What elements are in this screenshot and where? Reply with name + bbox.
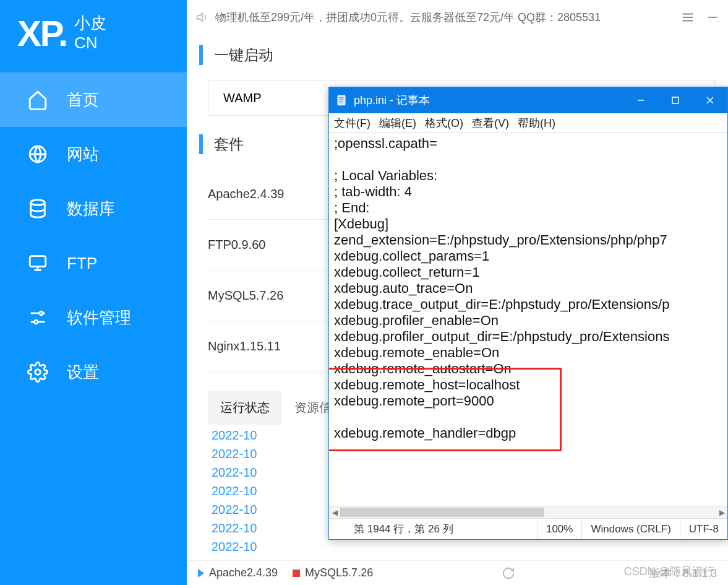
nav-home[interactable]: 首页 bbox=[0, 72, 187, 127]
svg-rect-2 bbox=[30, 256, 46, 267]
scroll-left-icon[interactable]: ◀ bbox=[329, 506, 340, 518]
notepad-menubar: 文件(F) 编辑(E) 格式(O) 查看(V) 帮助(H) bbox=[329, 113, 727, 133]
svg-point-1 bbox=[31, 200, 45, 206]
notepad-titlebar[interactable]: php.ini - 记事本 bbox=[329, 87, 727, 113]
window-minimize-button[interactable] bbox=[623, 87, 658, 113]
kit-label: Apache2.4.39 bbox=[208, 187, 284, 201]
svg-point-4 bbox=[34, 320, 38, 324]
watermark: CSDN @随风潜行 bbox=[624, 564, 714, 579]
menu-icon[interactable] bbox=[681, 11, 695, 24]
nav-ftp[interactable]: FTP bbox=[0, 236, 187, 290]
announcement-bar: 物理机低至299元/年，拼团成功0元得。云服务器低至72元/年 QQ群：2805… bbox=[187, 0, 728, 34]
scroll-right-icon[interactable]: ▶ bbox=[716, 506, 727, 518]
home-icon bbox=[27, 89, 48, 110]
kit-label: FTP0.9.60 bbox=[208, 238, 265, 252]
menu-format[interactable]: 格式(O) bbox=[425, 116, 463, 131]
wamp-label: WAMP bbox=[223, 91, 261, 105]
globe-icon bbox=[27, 144, 48, 165]
stop-icon bbox=[293, 570, 300, 577]
notepad-title: php.ini - 记事本 bbox=[354, 93, 430, 108]
log-line: 2022-10 bbox=[212, 537, 724, 556]
reload-icon[interactable] bbox=[502, 566, 515, 580]
gear-icon bbox=[27, 362, 48, 383]
tab-run-status[interactable]: 运行状态 bbox=[208, 391, 282, 425]
brand-sub2: CN bbox=[74, 33, 106, 53]
svg-point-5 bbox=[35, 370, 41, 375]
brand-logo: XP. 小皮 CN bbox=[0, 0, 187, 72]
minimize-icon[interactable] bbox=[706, 11, 719, 24]
speaker-icon bbox=[195, 11, 209, 24]
svg-rect-7 bbox=[672, 97, 679, 103]
menu-view[interactable]: 查看(V) bbox=[472, 116, 509, 131]
kit-label: Nginx1.15.11 bbox=[208, 339, 281, 353]
svg-rect-6 bbox=[338, 96, 345, 105]
notepad-statusbar: 第 1944 行，第 26 列 100% Windows (CRLF) UTF-… bbox=[329, 518, 727, 539]
announcement-text: 物理机低至299元/年，拼团成功0元得。云服务器低至72元/年 QQ群：2805… bbox=[215, 10, 601, 25]
nav-settings[interactable]: 设置 bbox=[0, 345, 187, 399]
play-icon bbox=[198, 569, 204, 578]
brand-sub1: 小皮 bbox=[74, 14, 106, 33]
scrollbar-thumb[interactable] bbox=[340, 508, 544, 517]
notepad-content: ;openssl.capath= ; Local Variables: ; ta… bbox=[334, 136, 669, 441]
menu-file[interactable]: 文件(F) bbox=[334, 116, 370, 131]
nav-database[interactable]: 数据库 bbox=[0, 181, 187, 236]
sliders-icon bbox=[27, 307, 48, 328]
service-apache: Apache2.4.39 bbox=[209, 566, 278, 579]
horizontal-scrollbar[interactable]: ◀ ▶ bbox=[329, 506, 727, 518]
cursor-position: 第 1944 行，第 26 列 bbox=[329, 519, 537, 539]
nav-label: 网站 bbox=[67, 144, 99, 165]
window-close-button[interactable] bbox=[693, 87, 727, 113]
notepad-textarea[interactable]: ;openssl.capath= ; Local Variables: ; ta… bbox=[329, 133, 727, 506]
encoding: UTF-8 bbox=[680, 519, 727, 539]
window-maximize-button[interactable] bbox=[658, 87, 693, 113]
zoom-level: 100% bbox=[537, 519, 581, 539]
brand-name: XP. bbox=[17, 12, 67, 54]
kit-label: MySQL5.7.26 bbox=[208, 288, 283, 303]
nav-label: 设置 bbox=[67, 362, 99, 383]
service-mysql: MySQL5.7.26 bbox=[305, 566, 373, 579]
nav-label: FTP bbox=[67, 254, 97, 273]
svg-point-3 bbox=[40, 311, 43, 315]
line-ending: Windows (CRLF) bbox=[581, 519, 679, 539]
notepad-window: php.ini - 记事本 文件(F) 编辑(E) 格式(O) 查看(V) 帮助… bbox=[328, 87, 728, 540]
nav-software[interactable]: 软件管理 bbox=[0, 290, 187, 345]
menu-help[interactable]: 帮助(H) bbox=[518, 116, 555, 131]
monitor-icon bbox=[27, 253, 48, 274]
nav-label: 数据库 bbox=[67, 198, 115, 220]
nav-label: 首页 bbox=[67, 89, 99, 111]
notepad-icon bbox=[335, 94, 348, 106]
database-icon bbox=[27, 198, 48, 219]
menu-edit[interactable]: 编辑(E) bbox=[379, 116, 416, 131]
nav-label: 软件管理 bbox=[67, 307, 131, 329]
nav-site[interactable]: 网站 bbox=[0, 127, 187, 181]
section-quickstart-title: 一键启动 bbox=[199, 45, 728, 65]
sidebar: XP. 小皮 CN 首页 网站 数据库 FTP 软件管理 设置 bbox=[0, 0, 187, 585]
